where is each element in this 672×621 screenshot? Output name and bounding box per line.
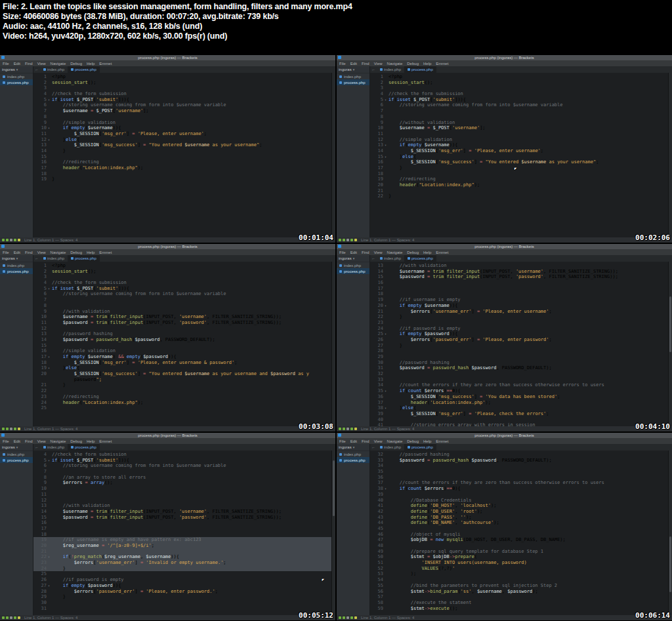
menu-item-emmet[interactable]: Emmet [99, 250, 112, 254]
extension-icon[interactable] [350, 616, 353, 619]
menu-item-navigate[interactable]: Navigate [387, 250, 403, 254]
scrollbar[interactable] [331, 451, 335, 615]
tab-process-php[interactable]: process.php [68, 255, 100, 262]
extension-icon[interactable] [346, 616, 349, 619]
code-editor[interactable]: 1<?php2session_start();34//check the for… [33, 73, 335, 237]
menu-item-help[interactable]: Help [423, 62, 431, 66]
menu-item-help[interactable]: Help [87, 250, 94, 254]
file-item-index-php[interactable]: index.php [0, 73, 33, 79]
extension-icon[interactable] [346, 239, 349, 241]
menu-item-help[interactable]: Help [87, 439, 94, 443]
menu-item-navigate[interactable]: Navigate [387, 439, 403, 443]
menu-item-emmet[interactable]: Emmet [436, 439, 448, 443]
extension-icons[interactable] [339, 239, 357, 241]
extension-icon[interactable] [10, 616, 12, 619]
file-item-index-php[interactable]: index.php [337, 73, 369, 79]
menu-item-file[interactable]: File [3, 62, 9, 66]
back-arrow-icon[interactable]: ← [370, 444, 377, 451]
code-editor[interactable]: 32 //password hashing33 $password = pass… [370, 451, 672, 615]
extension-icon[interactable] [18, 428, 20, 430]
menu-item-debug[interactable]: Debug [70, 439, 82, 443]
project-dropdown[interactable]: ingoras ▾ [0, 66, 33, 73]
extension-icons[interactable] [339, 616, 357, 619]
extension-icon[interactable] [10, 239, 12, 241]
back-arrow-icon[interactable]: ← [33, 255, 40, 262]
tab-index-php[interactable]: index.php [377, 255, 404, 262]
tab-process-php[interactable]: process.php [404, 444, 436, 451]
extension-icon[interactable] [343, 239, 345, 241]
scrollbar-thumb[interactable] [669, 536, 671, 592]
scrollbar[interactable] [668, 451, 672, 615]
project-dropdown[interactable]: ingoras ▾ [337, 444, 369, 451]
extension-icon[interactable] [10, 428, 12, 430]
code-editor[interactable]: 4//check the form submission5▾if(isset($… [33, 451, 335, 615]
extension-icon[interactable] [339, 428, 341, 430]
menu-item-edit[interactable]: Edit [350, 439, 357, 443]
code-editor[interactable]: 1<?php2session_start();34//check the for… [33, 262, 335, 426]
file-item-index-php[interactable]: index.php [337, 262, 369, 268]
extension-icon[interactable] [18, 239, 20, 241]
scrollbar-thumb[interactable] [333, 460, 335, 516]
file-item-index-php[interactable]: index.php [337, 451, 369, 457]
project-dropdown[interactable]: ingoras ▾ [337, 66, 369, 73]
extension-icons[interactable] [2, 428, 20, 430]
menu-item-file[interactable]: File [339, 250, 346, 254]
menu-item-emmet[interactable]: Emmet [99, 62, 112, 66]
file-item-process-php[interactable]: process.php [0, 79, 33, 85]
extension-icon[interactable] [350, 428, 353, 430]
scrollbar[interactable] [668, 73, 672, 237]
extension-icon[interactable] [6, 239, 9, 241]
extension-icon[interactable] [354, 428, 357, 430]
extension-icons[interactable] [339, 428, 357, 430]
scrollbar[interactable] [331, 73, 335, 237]
back-arrow-icon[interactable]: ← [33, 66, 40, 73]
file-item-process-php[interactable]: process.php [0, 457, 33, 463]
menu-item-debug[interactable]: Debug [70, 62, 82, 66]
menu-item-view[interactable]: View [374, 250, 383, 254]
menu-item-find[interactable]: Find [25, 250, 33, 254]
menu-item-view[interactable]: View [37, 439, 46, 443]
file-item-process-php[interactable]: process.php [337, 79, 369, 85]
menu-item-help[interactable]: Help [87, 62, 94, 66]
extension-icons[interactable] [2, 239, 20, 241]
menu-item-navigate[interactable]: Navigate [51, 250, 66, 254]
menu-item-debug[interactable]: Debug [407, 439, 419, 443]
tab-index-php[interactable]: index.php [40, 255, 68, 262]
tab-process-php[interactable]: process.php [404, 66, 436, 73]
scrollbar[interactable] [331, 262, 335, 426]
extension-icon[interactable] [339, 616, 341, 619]
file-item-process-php[interactable]: process.php [337, 457, 369, 463]
extension-icon[interactable] [343, 616, 345, 619]
menu-item-navigate[interactable]: Navigate [387, 62, 403, 66]
code-editor[interactable]: 1<?php2session_start();34//check the for… [370, 73, 672, 237]
extension-icon[interactable] [2, 616, 5, 619]
file-item-process-php[interactable]: process.php [337, 268, 369, 274]
menu-item-edit[interactable]: Edit [14, 250, 20, 254]
extension-icon[interactable] [14, 239, 16, 241]
extension-icon[interactable] [354, 239, 357, 241]
extension-icon[interactable] [2, 428, 5, 430]
tab-process-php[interactable]: process.php [68, 444, 100, 451]
extension-icon[interactable] [346, 428, 349, 430]
menu-item-edit[interactable]: Edit [14, 62, 20, 66]
menu-item-find[interactable]: Find [362, 250, 369, 254]
code-editor[interactable]: 13 //with validation14 $username = trim(… [370, 262, 672, 426]
menu-item-view[interactable]: View [374, 439, 383, 443]
menu-item-debug[interactable]: Debug [70, 250, 82, 254]
scrollbar[interactable] [668, 262, 672, 426]
menu-item-find[interactable]: Find [362, 62, 369, 66]
file-item-index-php[interactable]: index.php [0, 262, 33, 268]
menu-item-find[interactable]: Find [362, 439, 369, 443]
menu-item-debug[interactable]: Debug [407, 62, 419, 66]
menu-item-file[interactable]: File [339, 62, 346, 66]
extension-icon[interactable] [18, 616, 20, 619]
menu-item-navigate[interactable]: Navigate [51, 62, 66, 66]
scrollbar-thumb[interactable] [669, 296, 671, 352]
menu-item-view[interactable]: View [37, 62, 46, 66]
extension-icon[interactable] [6, 616, 9, 619]
tab-index-php[interactable]: index.php [40, 444, 68, 451]
extension-icon[interactable] [350, 239, 353, 241]
menu-item-file[interactable]: File [3, 439, 9, 443]
menu-item-debug[interactable]: Debug [407, 250, 419, 254]
extension-icon[interactable] [339, 239, 341, 241]
